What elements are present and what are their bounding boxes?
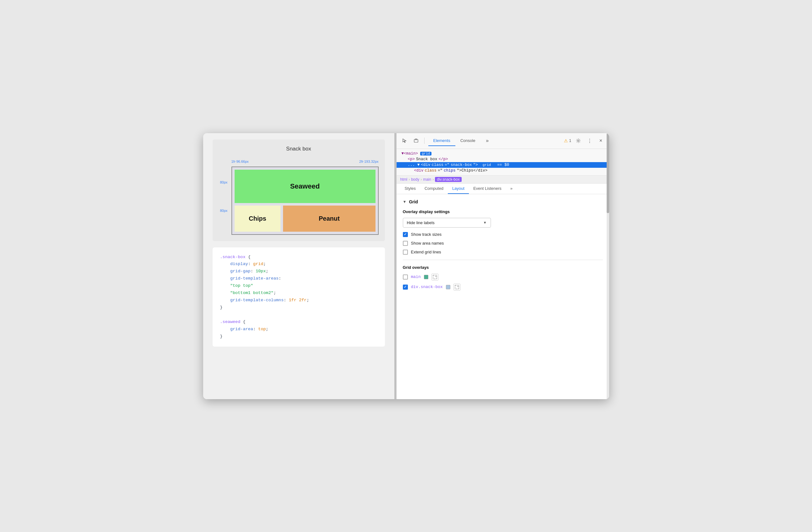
extend-grid-lines-row[interactable]: Extend grid lines xyxy=(403,250,603,255)
grid-section-title: Grid xyxy=(409,199,418,204)
grid-overlays-title: Grid overlays xyxy=(403,265,603,270)
main-overlay-checkbox[interactable] xyxy=(403,275,408,280)
more-tabs-icon[interactable]: » xyxy=(483,136,492,145)
breadcrumb: html › body › main › div.snack-box xyxy=(396,176,609,183)
grid-section-header: ▼ Grid xyxy=(403,199,603,204)
left-panel: Snack box 1fr·96.66px 2fr·193.32px 80px … xyxy=(203,133,394,399)
cell-seaweed: Seaweed xyxy=(235,170,376,203)
code-line-4: grid-template-areas: xyxy=(220,275,377,282)
code-line-10: .seaweed { xyxy=(220,319,377,326)
code-line-11: grid-area: top; xyxy=(220,326,377,333)
toolbar-divider-1 xyxy=(424,138,424,144)
panel-tabs: Styles Computed Layout Event Listeners » xyxy=(396,183,609,194)
svg-rect-4 xyxy=(455,285,459,289)
code-line-1: .snack-box { xyxy=(220,254,377,261)
more-options-icon[interactable]: ⋮ xyxy=(585,136,594,145)
dom-row-p[interactable]: <p>Snack box</p> xyxy=(396,156,609,162)
toolbar-right: ⚠ 1 ⋮ × xyxy=(564,136,605,145)
dom-tree: ▼<main> grid <p>Snack box</p> ... ▼ <div… xyxy=(396,149,609,176)
snack-box-grid: Seaweed Chips Peanut xyxy=(231,167,379,235)
main-grid-badge: grid xyxy=(420,152,432,155)
extend-grid-lines-checkbox[interactable] xyxy=(403,250,408,255)
track-label-top-left: 1fr·96.66px xyxy=(231,159,249,163)
snack-box-overlay-checkbox[interactable] xyxy=(403,284,408,290)
tab-layout[interactable]: Layout xyxy=(448,183,469,194)
code-line-2: display: grid; xyxy=(220,261,377,268)
line-labels-dropdown-row: Hide line labels ▼ xyxy=(403,218,603,228)
show-area-names-label: Show area names xyxy=(411,241,444,246)
snack-box-overlay-icon-btn[interactable] xyxy=(453,284,460,291)
track-label-top-right: 2fr·193.32px xyxy=(359,159,378,163)
scrollbar-thumb[interactable] xyxy=(607,133,609,213)
main-overlay-color[interactable] xyxy=(424,275,428,279)
show-area-names-checkbox[interactable] xyxy=(403,241,408,246)
show-track-sizes-checkbox[interactable] xyxy=(403,232,408,237)
snack-box-overlay-color[interactable] xyxy=(446,285,450,289)
breadcrumb-main[interactable]: main xyxy=(423,177,431,182)
svg-point-2 xyxy=(577,140,579,142)
panel-content: ▼ Grid Overlay display settings Hide lin… xyxy=(396,194,609,399)
track-label-row-bottom: 80px xyxy=(220,209,228,212)
breadcrumb-body[interactable]: body xyxy=(411,177,419,182)
settings-icon[interactable] xyxy=(574,136,583,145)
track-label-row-top: 80px xyxy=(220,180,228,184)
code-line-5: "top top" xyxy=(220,282,377,290)
code-section: .snack-box { display: grid; grid-gap: 10… xyxy=(213,248,385,347)
extend-grid-lines-label: Extend grid lines xyxy=(411,250,441,254)
preview-section: Snack box 1fr·96.66px 2fr·193.32px 80px … xyxy=(213,139,385,241)
scrollbar[interactable] xyxy=(607,133,609,399)
breadcrumb-div-snack-box[interactable]: div.snack-box xyxy=(435,177,461,182)
snack-box-overlay-label: div.snack-box xyxy=(411,284,443,289)
tab-event-listeners[interactable]: Event Listeners xyxy=(469,183,506,194)
tab-styles[interactable]: Styles xyxy=(400,183,420,194)
code-line-7: grid-template-columns: 1fr 2fr; xyxy=(220,297,377,304)
tab-console[interactable]: Console xyxy=(455,136,480,146)
browser-window: Snack box 1fr·96.66px 2fr·193.32px 80px … xyxy=(203,133,609,399)
devtools-toolbar: Elements Console » ⚠ 1 xyxy=(396,133,609,149)
warning-icon: ⚠ xyxy=(564,138,568,143)
warning-count: 1 xyxy=(569,139,571,143)
code-line-6: "bottom1 bottom2"; xyxy=(220,290,377,297)
preview-title: Snack box xyxy=(219,146,379,152)
overlay-display-settings: Overlay display settings Hide line label… xyxy=(403,209,603,255)
dom-row-div-snack-box[interactable]: ... ▼ <div class =" snack-box "> grid ==… xyxy=(396,162,609,168)
line-labels-value: Hide line labels xyxy=(407,220,435,225)
cell-peanut: Peanut xyxy=(283,206,375,232)
code-line-3: grid-gap: 10px; xyxy=(220,268,377,275)
tab-elements[interactable]: Elements xyxy=(428,136,455,146)
grid-preview-wrapper: 1fr·96.66px 2fr·193.32px 80px 80px Seawe… xyxy=(219,157,379,235)
element-picker-icon[interactable] xyxy=(400,136,409,145)
dom-row-main[interactable]: ▼<main> grid xyxy=(396,151,609,156)
line-labels-dropdown[interactable]: Hide line labels ▼ xyxy=(403,218,491,228)
device-toggle-icon[interactable] xyxy=(412,136,420,145)
grid-triangle-icon[interactable]: ▼ xyxy=(403,199,407,204)
devtools-tabs: Elements Console xyxy=(428,136,480,146)
snack-box-grid-badge: grid xyxy=(481,163,492,167)
close-icon[interactable]: × xyxy=(597,136,605,145)
tab-computed[interactable]: Computed xyxy=(420,183,448,194)
show-track-sizes-row[interactable]: Show track sizes xyxy=(403,232,603,237)
code-line-9 xyxy=(220,311,377,319)
main-layout: Snack box 1fr·96.66px 2fr·193.32px 80px … xyxy=(203,133,609,399)
tab-more-panel[interactable]: » xyxy=(506,183,517,194)
code-line-12: } xyxy=(220,333,377,340)
dom-row-chips[interactable]: <div class =" chips ">Chips</div> xyxy=(396,168,609,173)
cell-chips: Chips xyxy=(235,206,281,232)
overlay-settings-title: Overlay display settings xyxy=(403,209,603,214)
snack-box-overlay-row: div.snack-box xyxy=(403,284,603,291)
devtools-panel: Elements Console » ⚠ 1 xyxy=(396,133,609,399)
show-track-sizes-label: Show track sizes xyxy=(411,232,442,237)
dropdown-arrow-icon: ▼ xyxy=(483,221,487,224)
warning-badge: ⚠ 1 xyxy=(564,138,571,143)
show-area-names-row[interactable]: Show area names xyxy=(403,241,603,246)
svg-rect-3 xyxy=(433,275,437,279)
code-line-8: } xyxy=(220,304,377,311)
breadcrumb-html[interactable]: html xyxy=(400,177,408,182)
grid-overlays-section: Grid overlays main xyxy=(403,265,603,291)
main-overlay-icon-btn[interactable] xyxy=(432,274,438,280)
main-overlay-label: main xyxy=(411,275,421,279)
main-overlay-row: main xyxy=(403,274,603,280)
